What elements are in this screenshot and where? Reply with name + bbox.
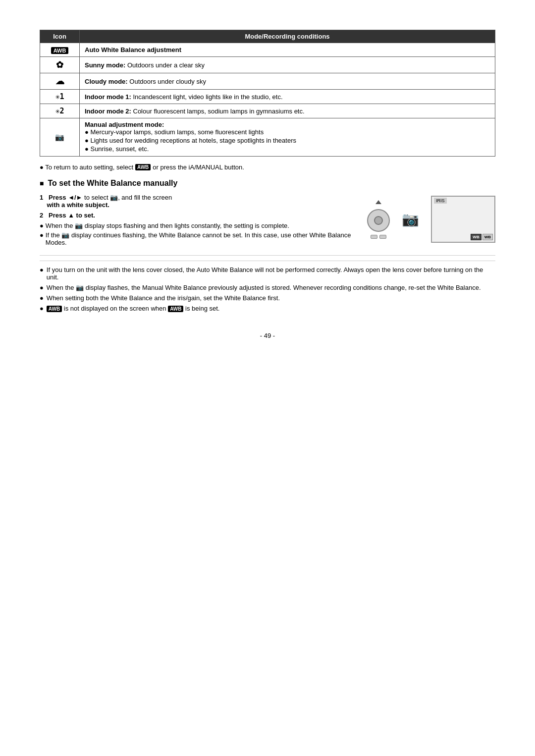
return-awb-badge: AWB (135, 164, 151, 170)
step-1-white: with a white subject. (47, 201, 109, 209)
step-1-icon: 📷 (110, 194, 118, 201)
desc-bold-manual: Manual adjustment mode: (85, 121, 164, 128)
indoor2-icon: ✳2 (55, 107, 64, 115)
note-4-bullet: ● (40, 305, 44, 312)
step-1-press: Press ◄/► (49, 194, 82, 201)
desc-cell-cloudy: Cloudy mode: Outdoors under cloudy sky (80, 73, 495, 90)
icon-cell-indoor1: ✳1 (40, 90, 80, 104)
return-note-text-before: ● To return to auto setting, select (40, 163, 133, 171)
page-number: - 49 - (40, 332, 495, 339)
note-1-text: If you turn on the unit with the lens co… (47, 266, 495, 281)
desc-cell-indoor1: Indoor mode 1: Incandescent light, video… (80, 90, 495, 104)
step-bullet-2-text: If the 📷 display continues flashing, the… (46, 231, 357, 246)
note-2: ● When the 📷 display flashes, the Manual… (40, 284, 495, 291)
icon-cell-indoor2: ✳2 (40, 104, 80, 118)
wb-screen: IRIS WB WB (431, 196, 495, 243)
note4-after-text: is being set. (185, 305, 219, 312)
note-1-bullet: ● (40, 266, 44, 273)
steps-container: 1 Press ◄/► to select 📷, and fill the sc… (40, 194, 495, 248)
notes-section: ● If you turn on the unit with the lens … (40, 261, 495, 312)
screen-top-label: IRIS (434, 198, 447, 204)
icon-cell-cloudy: ☁ (40, 73, 80, 90)
note4-badge1: AWB (47, 306, 62, 312)
desc-cell-awb: Auto White Balance adjustment (80, 43, 495, 57)
white-balance-table: Icon Mode/Recording conditions AWB Auto … (40, 30, 495, 157)
manual-bullet-1: Mercury-vapor lamps, sodium lamps, some … (85, 128, 490, 136)
cloudy-icon: ☁ (55, 76, 64, 86)
steps-text: 1 Press ◄/► to select 📷, and fill the sc… (40, 194, 357, 248)
note-4-text: AWB is not displayed on the screen when … (47, 305, 220, 312)
return-note: ● To return to auto setting, select AWB … (40, 163, 495, 171)
wb-tag-selected: WB (471, 234, 481, 240)
desc-cell-sunny: Sunny mode: Outdoors under a clear sky (80, 57, 495, 73)
indoor1-icon: ✳1 (55, 92, 64, 101)
note-4: ● AWB is not displayed on the screen whe… (40, 305, 495, 312)
table-row: 📷 Manual adjustment mode: Mercury-vapor … (40, 118, 495, 157)
step-2-press: Press ▲ to set. (49, 212, 95, 219)
return-note-text-after: or press the iA/MANUAL button. (153, 163, 244, 171)
note-2-text: When the 📷 display flashes, the Manual W… (47, 284, 481, 291)
step-2-number: 2 (40, 212, 47, 219)
desc-cell-indoor2: Indoor mode 2: Colour fluorescent lamps,… (80, 104, 495, 118)
section-heading-text: To set the White Balance manually (48, 179, 177, 188)
divider (40, 255, 495, 256)
sunny-icon: ✿ (56, 60, 63, 70)
icon-cell-manual: 📷 (40, 118, 80, 157)
step-1: 1 Press ◄/► to select 📷, and fill the sc… (40, 194, 357, 209)
note4-badge2: AWB (168, 306, 183, 312)
wb-tag-normal: WB (482, 234, 493, 240)
step-bullet-1-text: When the 📷 display stops flashing and th… (46, 222, 289, 229)
note-3-bullet: ● (40, 294, 44, 302)
step-bullet-2: If the 📷 display continues flashing, the… (40, 231, 357, 246)
step-1-number: 1 (40, 194, 47, 201)
icon-cell-sunny: ✿ (40, 57, 80, 73)
desc-bold-sunny: Sunny mode: (85, 61, 125, 69)
note-2-bullet: ● (40, 284, 44, 291)
table-row: AWB Auto White Balance adjustment (40, 43, 495, 57)
desc-bold-indoor1: Indoor mode 1: (85, 93, 131, 101)
table-header-mode: Mode/Recording conditions (80, 30, 495, 43)
manual-bullet-2: Lights used for wedding receptions at ho… (85, 137, 490, 144)
note-3-text: When setting both the White Balance and … (47, 294, 280, 302)
manual-icon-note2: 📷 (76, 284, 84, 291)
manual-bullet-3: Sunrise, sunset, etc. (85, 145, 490, 153)
icon-cell-awb: AWB (40, 43, 80, 57)
manual-bullet-list: Mercury-vapor lamps, sodium lamps, some … (85, 128, 490, 153)
joystick-diagram (367, 200, 390, 239)
table-row: ✳1 Indoor mode 1: Incandescent light, vi… (40, 90, 495, 104)
wb-screen-bottom-tags: WB WB (471, 234, 493, 240)
manual-icon-ref2: 📷 (61, 231, 69, 239)
awb-badge: AWB (51, 47, 69, 54)
table-row: ✳2 Indoor mode 2: Colour fluorescent lam… (40, 104, 495, 118)
camera-diagram: 📷 IRIS WB WB (367, 196, 495, 243)
section-heading-manual-wb: To set the White Balance manually (40, 179, 495, 188)
note-3: ● When setting both the White Balance an… (40, 294, 495, 302)
desc-bold-cloudy: Cloudy mode: (85, 78, 128, 85)
standalone-manual-icon: 📷 (402, 211, 419, 227)
table-row: ☁ Cloudy mode: Outdoors under cloudy sky (40, 73, 495, 90)
desc-bold-awb: Auto White Balance adjustment (85, 46, 181, 54)
step-bullet-1: When the 📷 display stops flashing and th… (40, 222, 357, 229)
desc-bold-indoor2: Indoor mode 2: (85, 108, 131, 115)
desc-cell-manual: Manual adjustment mode: Mercury-vapor la… (80, 118, 495, 157)
note-1: ● If you turn on the unit with the lens … (40, 266, 495, 281)
table-header-icon: Icon (40, 30, 80, 43)
table-row: ✿ Sunny mode: Outdoors under a clear sky (40, 57, 495, 73)
step-2: 2 Press ▲ to set. (40, 212, 357, 219)
manual-icon-ref1: 📷 (75, 222, 83, 229)
manual-wb-icon: 📷 (55, 133, 64, 142)
note4-mid-text: is not displayed on the screen when (64, 305, 168, 312)
